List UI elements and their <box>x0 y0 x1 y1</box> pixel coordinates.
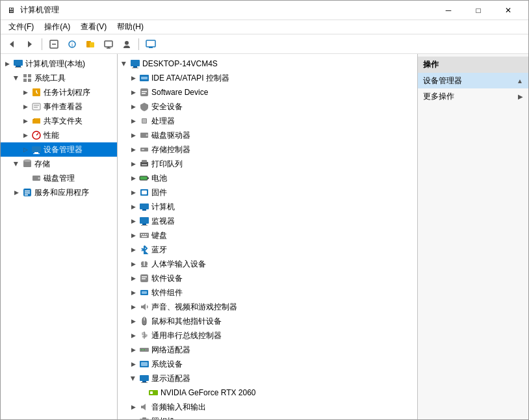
diskm-label: 磁盘管理 <box>44 173 75 184</box>
left-item-event[interactable]: ▶ 事件查看器 <box>1 99 117 114</box>
middle-item-12[interactable]: ▶ 蓝牙 <box>118 243 417 257</box>
systool-label: 系统工具 <box>34 73 66 84</box>
mi19-label: 网络适配器 <box>151 345 190 356</box>
devmgr-arrow: ▷ <box>20 144 31 155</box>
menu-file[interactable]: 文件(F) <box>3 20 39 34</box>
systool-icon <box>21 72 33 84</box>
svg-rect-99 <box>142 417 146 419</box>
toolbar-btn-2[interactable]: i <box>64 36 81 52</box>
middle-item-0[interactable]: ▶ IDE ATA/ATAPI 控制器 <box>118 71 417 85</box>
middle-item-22[interactable]: ▶ NVIDIA GeForce RTX 2060 <box>118 386 417 400</box>
toolbar-btn-1[interactable] <box>45 36 62 52</box>
left-item-perf[interactable]: ▶ 性能 <box>1 128 117 142</box>
share-arrow: ▶ <box>20 116 31 126</box>
maximize-button[interactable]: □ <box>463 1 493 20</box>
middle-item-18[interactable]: ▶ 通用串行总线控制器 <box>118 328 417 343</box>
mi8-icon <box>138 187 150 198</box>
middle-item-20[interactable]: ▶ 系统设备 <box>118 357 417 371</box>
middle-item-11[interactable]: ▶ 键盘 <box>118 228 417 243</box>
svg-rect-13 <box>149 47 153 48</box>
event-arrow: ▶ <box>20 101 31 112</box>
toolbar-btn-3[interactable] <box>82 36 99 52</box>
action-item-more-text: 更多操作 <box>423 91 454 102</box>
middle-item-5[interactable]: ▶ 存储控制器 <box>118 142 417 157</box>
middle-item-3[interactable]: ▶ 处理器 <box>118 114 417 128</box>
main-window: 🖥 计算机管理 ─ □ ✕ 文件(F) 操作(A) 查看(V) 帮助(H) i <box>0 0 529 420</box>
middle-item-7[interactable]: ▶ 电池 <box>118 171 417 185</box>
mi19-icon <box>138 344 150 356</box>
mi8-label: 固件 <box>151 187 167 198</box>
minimize-button[interactable]: ─ <box>433 1 463 20</box>
mi20-icon <box>138 358 150 370</box>
mi12-arrow: ▶ <box>128 244 138 255</box>
mi10-arrow: ▶ <box>128 216 138 226</box>
middle-item-16[interactable]: ▶ 声音、视频和游戏控制器 <box>118 300 417 314</box>
toolbar-btn-5[interactable] <box>118 36 135 52</box>
toolbar-back[interactable] <box>3 36 20 52</box>
left-item-service[interactable]: ▶ 服务和应用程序 <box>1 185 117 200</box>
middle-item-17[interactable]: ▶ 鼠标和其他指针设备 <box>118 314 417 328</box>
svg-rect-58 <box>148 177 149 179</box>
middle-item-10[interactable]: ▶ 监视器 <box>118 214 417 228</box>
left-item-systool[interactable]: ▶ 系统工具 <box>1 71 117 85</box>
task-label: 任务计划程序 <box>44 87 90 98</box>
left-item-diskm[interactable]: ▶ 磁盘管理 <box>1 171 117 185</box>
close-button[interactable]: ✕ <box>493 1 523 20</box>
mi9-icon <box>138 201 150 213</box>
svg-rect-64 <box>142 224 146 225</box>
middle-root[interactable]: ▶ DESKTOP-14VCM4S <box>118 57 417 71</box>
middle-item-2[interactable]: ▶ 安全设备 <box>118 99 417 114</box>
svg-rect-16 <box>15 67 21 68</box>
middle-item-9[interactable]: ▶ 计算机 <box>118 200 417 214</box>
middle-item-24[interactable]: ▶ 照相机 <box>118 414 417 419</box>
menu-help[interactable]: 帮助(H) <box>112 20 149 34</box>
svg-rect-87 <box>141 349 142 350</box>
svg-rect-19 <box>23 79 27 82</box>
mi15-label: 软件组件 <box>151 287 183 298</box>
mi23-icon <box>138 401 150 413</box>
middle-item-13[interactable]: ▶ 人体学输入设备 <box>118 257 417 271</box>
svg-rect-44 <box>141 77 148 79</box>
middle-root-arrow: ▶ <box>119 59 129 69</box>
mi9-label: 计算机 <box>151 202 175 213</box>
left-item-devmgr[interactable]: ▷ 设备管理器 <box>1 142 117 157</box>
toolbar-btn-4[interactable] <box>100 36 117 52</box>
svg-rect-12 <box>146 40 155 47</box>
toolbar-forward[interactable] <box>21 36 38 52</box>
left-root[interactable]: ▶ 计算机管理(本地) <box>1 57 117 71</box>
mi23-label: 音频输入和输出 <box>151 402 206 413</box>
middle-item-4[interactable]: ▶ 磁盘驱动器 <box>118 128 417 142</box>
menu-action[interactable]: 操作(A) <box>39 20 75 34</box>
toolbar-monitor[interactable] <box>142 36 159 52</box>
left-item-storage[interactable]: ▶ 存储 <box>1 157 117 171</box>
left-item-task[interactable]: ▶ 任务计划程序 <box>1 85 117 99</box>
middle-item-19[interactable]: ▶ 网络适配器 <box>118 343 417 357</box>
svg-rect-7 <box>90 42 94 47</box>
left-item-share[interactable]: ▶ 共享文件夹 <box>1 114 117 128</box>
svg-rect-18 <box>28 74 31 77</box>
middle-item-21[interactable]: ▶ 显示适配器 <box>118 371 417 386</box>
mi7-arrow: ▶ <box>128 173 138 183</box>
mi6-label: 打印队列 <box>151 159 183 170</box>
action-item-devmgr[interactable]: 设备管理器 ▲ <box>418 73 528 88</box>
svg-rect-67 <box>141 234 142 235</box>
left-root-arrow: ▶ <box>2 59 12 69</box>
svg-marker-0 <box>10 41 14 47</box>
mi0-label: IDE ATA/ATAPI 控制器 <box>151 73 229 84</box>
svg-rect-76 <box>142 276 147 278</box>
menu-view[interactable]: 查看(V) <box>75 20 112 34</box>
middle-item-6[interactable]: ▶ 打印队列 <box>118 157 417 171</box>
action-item-more[interactable]: 更多操作 ▶ <box>418 88 528 104</box>
middle-item-8[interactable]: ▶ 固件 <box>118 185 417 200</box>
svg-rect-83 <box>145 335 147 336</box>
event-label: 事件查看器 <box>44 101 83 112</box>
middle-item-23[interactable]: ▶ 音频输入和输出 <box>118 400 417 414</box>
middle-item-14[interactable]: ▶ 软件设备 <box>118 271 417 285</box>
mi4-label: 磁盘驱动器 <box>151 130 190 141</box>
mi20-label: 系统设备 <box>151 359 183 370</box>
middle-item-15[interactable]: ▶ 软件组件 <box>118 285 417 300</box>
mi15-arrow: ▶ <box>128 287 138 298</box>
svg-point-51 <box>146 135 148 137</box>
storage-arrow: ▶ <box>11 159 21 169</box>
middle-item-1[interactable]: ▶ Software Device <box>118 85 417 99</box>
